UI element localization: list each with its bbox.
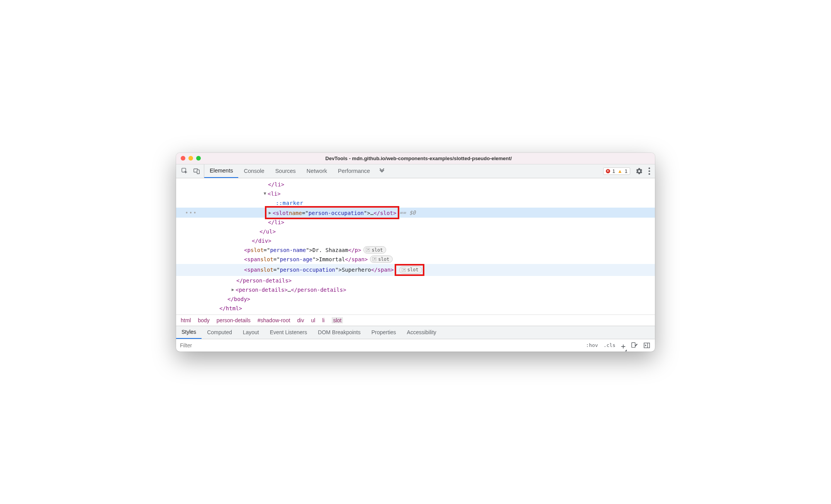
panel-toggle-icon[interactable] — [643, 342, 650, 349]
tree-row[interactable]: </person-details> — [176, 276, 655, 285]
warning-icon: ▲ — [617, 168, 622, 174]
tree-row[interactable]: <span slot="person-age">Immortal</span> … — [176, 255, 655, 264]
tabs-overflow-icon[interactable] — [375, 167, 388, 174]
devtools-window: DevTools - mdn.github.io/web-components-… — [176, 153, 655, 352]
tab-sources[interactable]: Sources — [270, 164, 301, 178]
tab-elements[interactable]: Elements — [204, 164, 238, 178]
crumb-html[interactable]: html — [181, 317, 191, 323]
crumb-li[interactable]: li — [322, 317, 324, 323]
crumb-ul[interactable]: ul — [311, 317, 315, 323]
svg-point-4 — [648, 170, 650, 172]
subtab-accessibility[interactable]: Accessibility — [402, 326, 442, 339]
tree-row[interactable]: ::marker — [176, 198, 655, 208]
crumb-slot[interactable]: slot — [332, 317, 343, 323]
inspect-icon[interactable] — [181, 168, 188, 174]
styles-toolbar: Styles Computed Layout Event Listeners D… — [176, 326, 655, 339]
svg-rect-2 — [197, 170, 199, 174]
breadcrumb: html body person-details #shadow-root di… — [176, 315, 655, 326]
tree-row[interactable]: <span slot="person-occupation">Superhero… — [176, 264, 655, 276]
error-icon — [606, 169, 610, 173]
row-actions-icon[interactable]: ••• — [176, 208, 206, 217]
subtab-dom-breakpoints[interactable]: DOM Breakpoints — [312, 326, 366, 339]
crumb-shadow-root[interactable]: #shadow-root — [258, 317, 290, 323]
crumb-person-details[interactable]: person-details — [217, 317, 251, 323]
tree-row[interactable]: </li> — [176, 218, 655, 227]
slot-badge[interactable]: slot — [370, 255, 393, 263]
error-count: 1 — [612, 168, 615, 174]
subtab-styles[interactable]: Styles — [176, 326, 202, 339]
svg-rect-10 — [644, 343, 650, 348]
main-toolbar: Elements Console Sources Network Perform… — [176, 164, 655, 178]
close-icon[interactable] — [181, 156, 185, 161]
filter-input[interactable] — [176, 342, 581, 348]
device-icon[interactable] — [193, 168, 200, 174]
warning-count: 1 — [625, 168, 627, 174]
subtab-properties[interactable]: Properties — [366, 326, 402, 339]
subtab-event-listeners[interactable]: Event Listeners — [265, 326, 313, 339]
slot-badge[interactable]: slot — [363, 246, 386, 254]
issues-counter[interactable]: 1 ▲ 1 — [603, 167, 630, 175]
tree-row[interactable]: ▶<person-details>…</person-details> — [176, 285, 655, 294]
expand-arrow-icon[interactable]: ▶ — [267, 208, 273, 218]
expand-arrow-icon[interactable]: ▼ — [262, 189, 268, 198]
tree-row-selected[interactable]: ••• ▶ <slot name="person-occupation">…</… — [176, 208, 655, 218]
tree-row[interactable]: <p slot="person-name">Dr. Shazaam</p> sl… — [176, 245, 655, 255]
tree-row[interactable]: </li> — [176, 180, 655, 189]
device-brush-icon[interactable] — [631, 342, 638, 349]
highlight-box: slot — [395, 264, 424, 276]
tab-network[interactable]: Network — [301, 164, 332, 178]
crumb-body[interactable]: body — [198, 317, 209, 323]
highlight-box: ▶ <slot name="person-occupation">…</slot… — [265, 206, 399, 219]
expand-arrow-icon[interactable]: ▶ — [230, 285, 236, 294]
subtab-layout[interactable]: Layout — [237, 326, 265, 339]
tree-row[interactable]: </html> — [176, 304, 655, 313]
window-title: DevTools - mdn.github.io/web-components-… — [208, 156, 629, 161]
tab-console[interactable]: Console — [238, 164, 270, 178]
svg-rect-9 — [632, 342, 635, 347]
svg-point-5 — [648, 173, 650, 174]
gear-icon[interactable] — [636, 167, 643, 175]
svg-point-3 — [648, 167, 650, 169]
tree-row[interactable]: </body> — [176, 294, 655, 304]
titlebar: DevTools - mdn.github.io/web-components-… — [176, 153, 655, 164]
window-controls — [181, 156, 201, 161]
tree-row[interactable]: ▼<li> — [176, 189, 655, 198]
new-style-icon[interactable]: +◢ — [621, 342, 626, 351]
tree-row[interactable]: </div> — [176, 236, 655, 245]
elements-panel: </li> ▼<li> ::marker ••• ▶ <slot name="p… — [176, 178, 655, 315]
subtab-computed[interactable]: Computed — [202, 326, 237, 339]
maximize-icon[interactable] — [196, 156, 201, 161]
hov-toggle[interactable]: :hov — [586, 342, 598, 348]
more-icon[interactable] — [648, 167, 650, 175]
crumb-div[interactable]: div — [297, 317, 304, 323]
tree-row[interactable]: </ul> — [176, 227, 655, 236]
tab-performance[interactable]: Performance — [332, 164, 375, 178]
cls-toggle[interactable]: .cls — [604, 342, 616, 348]
minimize-icon[interactable] — [188, 156, 193, 161]
styles-filter-bar: :hov .cls +◢ — [176, 339, 655, 352]
slot-badge[interactable]: slot — [399, 266, 422, 274]
